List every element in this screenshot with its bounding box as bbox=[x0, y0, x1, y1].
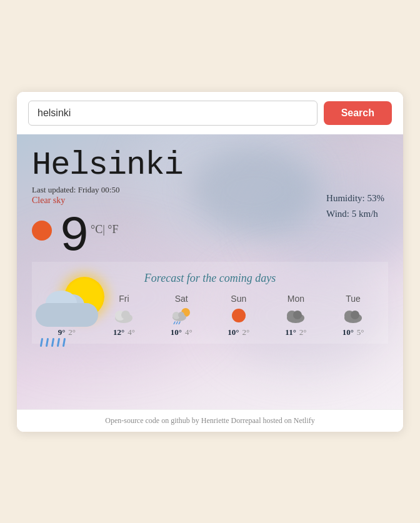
day-temps-sat: 10° 4° bbox=[171, 327, 192, 337]
high-sun: 10° bbox=[228, 327, 239, 337]
weather-icon-area bbox=[36, 266, 123, 347]
temperature-value: 9 bbox=[59, 212, 89, 262]
svg-line-12 bbox=[179, 322, 180, 324]
city-name: Helsinki bbox=[32, 147, 388, 184]
day-icon-sun bbox=[228, 307, 250, 324]
day-temps-tue: 10° 5° bbox=[342, 327, 364, 337]
day-name-mon: Mon bbox=[288, 294, 304, 304]
footer: Open-source code on github by Henriette … bbox=[17, 409, 403, 432]
forecast-day-tue: Tue 10° 5° bbox=[334, 294, 372, 337]
search-bar: helsinki Search bbox=[17, 92, 403, 134]
humidity-value: Humidity: 53% bbox=[326, 191, 384, 207]
day-name-sun: Sun bbox=[231, 294, 246, 304]
wind-value: Wind: 5 km/h bbox=[326, 206, 384, 222]
day-icon-mon bbox=[284, 307, 307, 324]
search-button[interactable]: Search bbox=[324, 101, 392, 125]
temperature-units[interactable]: °C| °F bbox=[91, 223, 119, 236]
low-sat: 4° bbox=[185, 327, 192, 337]
rain-icon bbox=[41, 338, 65, 347]
weather-main: Helsinki Last updated: Friday 00:50 Clea… bbox=[17, 134, 403, 409]
low-sun: 2° bbox=[242, 327, 250, 337]
footer-text: Open-source code on github by Henriette … bbox=[105, 416, 315, 425]
forecast-day-sat: Sat 10° 4° bbox=[162, 294, 200, 337]
sun-dot-icon bbox=[32, 221, 52, 241]
day-name-sat: Sat bbox=[175, 294, 188, 304]
high-sat: 10° bbox=[171, 327, 182, 337]
low-mon: 2° bbox=[299, 327, 307, 337]
sun-dot-forecast bbox=[232, 309, 246, 322]
low-tue: 5° bbox=[357, 327, 364, 337]
svg-line-11 bbox=[176, 322, 178, 324]
high-mon: 11° bbox=[285, 327, 296, 337]
low-fri: 4° bbox=[128, 327, 135, 337]
search-input[interactable]: helsinki bbox=[28, 101, 318, 126]
svg-point-18 bbox=[351, 311, 359, 319]
forecast-day-mon: Mon 11° 2° bbox=[277, 294, 314, 337]
svg-point-9 bbox=[178, 312, 184, 318]
humidity-wind-panel: Humidity: 53% Wind: 5 km/h bbox=[326, 191, 384, 222]
cloud-icon bbox=[36, 300, 98, 334]
high-tue: 10° bbox=[342, 327, 354, 337]
weather-icon bbox=[36, 266, 123, 347]
day-icon-tue bbox=[342, 307, 364, 324]
forecast-day-sun: Sun 10° 2° bbox=[220, 294, 258, 337]
svg-line-10 bbox=[174, 322, 175, 324]
day-temps-sun: 10° 2° bbox=[228, 327, 249, 337]
weather-card: helsinki Search Helsinki Last updated: F… bbox=[16, 91, 404, 432]
day-icon-sat bbox=[170, 307, 192, 324]
day-temps-mon: 11° 2° bbox=[285, 327, 306, 337]
day-name-tue: Tue bbox=[346, 294, 361, 304]
svg-point-15 bbox=[293, 311, 302, 319]
